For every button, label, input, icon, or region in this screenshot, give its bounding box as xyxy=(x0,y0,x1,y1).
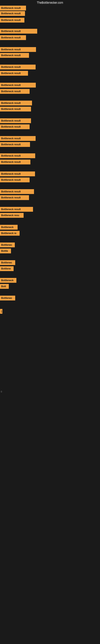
bottleneck-bar: Bottleneck result xyxy=(0,100,32,106)
bottleneck-label: Bottleneck result xyxy=(0,47,36,52)
bottleneck-bar: Bottleneck result xyxy=(0,107,31,112)
bottleneck-label: Bottleneck result xyxy=(0,18,24,22)
bottleneck-bar: Bottlenec xyxy=(0,260,15,265)
bottleneck-label: Bottleneck result xyxy=(0,11,25,16)
bottleneck-bar: Bottleneck result xyxy=(0,178,30,182)
bottleneck-label: Bottleneck result xyxy=(0,178,30,182)
bottleneck-bar: Bottlenec xyxy=(0,296,15,300)
bottleneck-label: Bottleneck result xyxy=(0,89,30,94)
bottleneck-bar: Bottleneck xyxy=(0,278,16,283)
bottleneck-bar: Bottleneck result xyxy=(0,83,36,88)
bottleneck-label: Bottleneck result xyxy=(0,124,30,129)
bottleneck-label: Bottleneck result xyxy=(0,107,31,112)
bottleneck-bar: Bottleneck result xyxy=(0,124,30,129)
bottleneck-bar: Bottleneck result xyxy=(0,11,25,16)
bottleneck-bar: Bottleneck result xyxy=(0,195,29,200)
bottleneck-label: Bottlene xyxy=(0,266,14,271)
bottleneck-label: Bottleneck result xyxy=(0,142,30,147)
bottleneck-label: Bottleneck result xyxy=(0,153,35,158)
bottleneck-label: Bottleneck result xyxy=(0,195,29,200)
bottleneck-label: Bottleneck result xyxy=(0,207,33,212)
bottom-axis-label: 0 xyxy=(1,390,2,393)
site-title: TheBottlenecker.com xyxy=(0,1,100,4)
bottleneck-label: Bottleneck result xyxy=(0,172,35,176)
bottleneck-label: Bottleneck result xyxy=(0,118,31,123)
bottleneck-label: Bottlenec xyxy=(0,242,15,247)
bottleneck-label: Bottleneck result xyxy=(0,53,29,58)
bottleneck-label: Bottleneck result xyxy=(0,83,36,88)
bottleneck-bar: Bottleneck result xyxy=(0,18,24,22)
bottleneck-label: Bottleneck result xyxy=(0,6,26,10)
bottleneck-label: Bott xyxy=(0,284,9,289)
bottleneck-label: Bottleneck result xyxy=(0,29,37,34)
bottleneck-label: Bottleneck result xyxy=(0,189,34,194)
bottleneck-bar: Bottleneck result xyxy=(0,64,36,70)
bottleneck-bar: Bottleneck result xyxy=(0,6,26,10)
bottleneck-label: Bottlenec xyxy=(0,260,15,265)
bottleneck-bar: Bottleneck result xyxy=(0,189,34,194)
bottleneck-bar: Bottleneck result xyxy=(0,71,28,76)
bottleneck-bar: Bottleneck result xyxy=(0,153,35,158)
bottleneck-bar: | xyxy=(0,309,2,314)
bottleneck-bar: Bottleneck result xyxy=(0,53,29,58)
bottleneck-bar: Bottleneck result xyxy=(0,172,35,176)
bottleneck-bar: Bottlene xyxy=(0,266,14,271)
bottleneck-label: Bottleneck xyxy=(0,225,18,230)
bottleneck-bar: Bottleneck result xyxy=(0,89,30,94)
bottleneck-bar: Bottleneck resu xyxy=(0,213,24,218)
bottleneck-label: Bottlenec xyxy=(0,296,15,300)
bottleneck-label: Bottleneck result xyxy=(0,136,36,141)
bottleneck-bar: Bottleneck result xyxy=(0,142,30,147)
bottleneck-bar: Bottleneck re xyxy=(0,231,20,236)
bottleneck-bar: Bottleneck result xyxy=(0,35,26,40)
bottleneck-bar: Bottleneck result xyxy=(0,118,31,123)
bottleneck-bar: Bottleneck xyxy=(0,225,18,230)
bottleneck-label: Bottleneck result xyxy=(0,100,32,106)
bottleneck-label: Bottleneck result xyxy=(0,64,36,70)
bottleneck-bar: Bottleneck result xyxy=(0,160,30,164)
bottleneck-label: Bottleneck result xyxy=(0,71,28,76)
bottleneck-label: Bottleneck result xyxy=(0,160,30,164)
bottleneck-bar: Bottleneck result xyxy=(0,29,37,34)
bottleneck-label: Bottleneck xyxy=(0,278,16,283)
bottleneck-bar: Bottleneck result xyxy=(0,136,36,141)
bottleneck-bar: Bottlenec xyxy=(0,242,15,247)
bottleneck-bar: Bottle xyxy=(0,248,11,253)
bottleneck-bar: Bottleneck result xyxy=(0,207,33,212)
bottleneck-bar: Bottleneck result xyxy=(0,47,36,52)
bottleneck-bar: Bott xyxy=(0,284,9,289)
bottleneck-label: Bottle xyxy=(0,248,11,253)
bottleneck-label: | xyxy=(0,309,2,314)
bottleneck-label: Bottleneck re xyxy=(0,231,20,236)
bottleneck-label: Bottleneck result xyxy=(0,35,26,40)
bottleneck-label: Bottleneck resu xyxy=(0,213,24,218)
